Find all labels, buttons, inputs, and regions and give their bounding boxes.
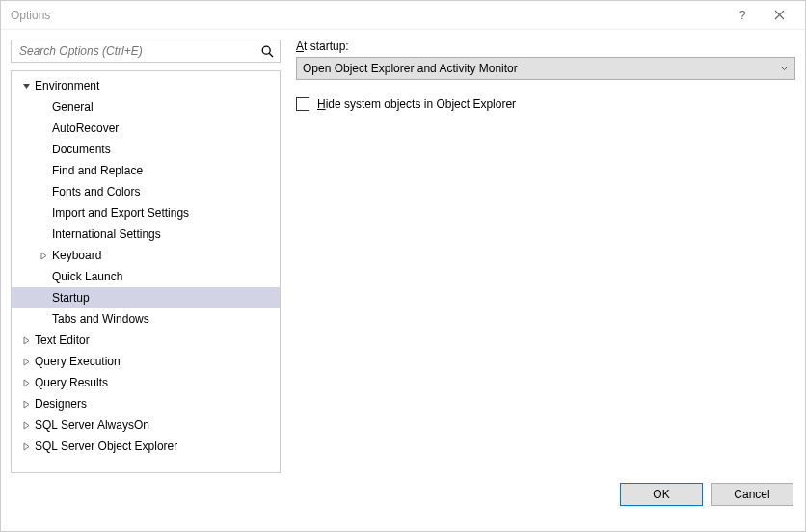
svg-line-1 (269, 53, 273, 57)
tree-item[interactable]: Tabs and Windows (12, 308, 280, 330)
tree-item[interactable]: Environment (12, 75, 280, 96)
tree-item[interactable]: Quick Launch (12, 266, 280, 287)
tree-item[interactable]: Query Results (12, 372, 280, 393)
search-box[interactable] (11, 40, 281, 63)
tree-item-label: Fonts and Colors (50, 185, 140, 199)
tree-item[interactable]: General (12, 96, 280, 118)
tree-item[interactable]: Startup (12, 287, 280, 308)
tree-item-label: Text Editor (33, 333, 90, 347)
tree-item[interactable]: Designers (12, 393, 280, 414)
tree-item-label: Documents (50, 143, 111, 156)
right-panel: At startup: Open Object Explorer and Act… (281, 40, 795, 473)
ok-button[interactable]: OK (620, 483, 703, 506)
titlebar: Options ? (1, 1, 805, 30)
hide-objects-label: Hide system objects in Object Explorer (317, 97, 516, 111)
help-icon: ? (739, 9, 746, 22)
dialog-buttons: OK Cancel (1, 473, 805, 518)
help-button[interactable]: ? (724, 1, 761, 30)
close-icon (774, 10, 785, 20)
twisty-closed-icon[interactable] (19, 400, 33, 409)
hide-objects-row[interactable]: Hide system objects in Object Explorer (296, 97, 795, 111)
tree-item-label: General (50, 100, 94, 114)
twisty-closed-icon[interactable] (19, 379, 33, 387)
tree-item[interactable]: Documents (12, 139, 280, 160)
chevron-down-icon (780, 66, 789, 71)
tree-item[interactable]: Fonts and Colors (12, 181, 280, 202)
hide-objects-checkbox[interactable] (296, 97, 309, 111)
tree-item-label: Environment (33, 79, 99, 93)
tree-item-label: Import and Export Settings (50, 206, 189, 220)
content-area: EnvironmentGeneralAutoRecoverDocumentsFi… (1, 30, 805, 473)
tree-item-label: Keyboard (50, 249, 101, 262)
tree-item-label: Query Results (33, 376, 108, 389)
tree-item[interactable]: Keyboard (12, 245, 280, 266)
cancel-button[interactable]: Cancel (711, 483, 793, 506)
left-panel: EnvironmentGeneralAutoRecoverDocumentsFi… (11, 40, 281, 473)
startup-dropdown[interactable]: Open Object Explorer and Activity Monito… (296, 57, 795, 80)
tree-item-label: Quick Launch (50, 270, 122, 283)
tree-item-label: Query Execution (33, 355, 121, 368)
tree-item-label: Find and Replace (50, 164, 143, 177)
tree-item-label: Startup (50, 291, 90, 305)
tree-item[interactable]: Import and Export Settings (12, 202, 280, 224)
tree-item-label: Designers (33, 397, 87, 411)
tree-item-label: AutoRecover (50, 121, 119, 135)
tree-item-label: SQL Server AlwaysOn (33, 418, 149, 432)
startup-dropdown-value: Open Object Explorer and Activity Monito… (303, 62, 518, 75)
search-icon (261, 45, 274, 58)
twisty-open-icon[interactable] (19, 82, 33, 91)
tree-item[interactable]: International Settings (12, 224, 280, 245)
tree-item-label: International Settings (50, 227, 161, 241)
twisty-closed-icon[interactable] (19, 358, 33, 366)
window-title: Options (9, 9, 724, 22)
twisty-closed-icon[interactable] (19, 421, 33, 430)
tree-item[interactable]: SQL Server Object Explorer (12, 436, 280, 457)
tree-item-label: SQL Server Object Explorer (33, 439, 177, 453)
tree-item[interactable]: Query Execution (12, 351, 280, 372)
tree-item[interactable]: AutoRecover (12, 118, 280, 139)
search-input[interactable] (17, 43, 261, 59)
twisty-closed-icon[interactable] (19, 336, 33, 345)
twisty-closed-icon[interactable] (37, 252, 50, 260)
svg-point-0 (262, 46, 270, 54)
tree-item-label: Tabs and Windows (50, 312, 149, 326)
options-tree[interactable]: EnvironmentGeneralAutoRecoverDocumentsFi… (11, 70, 281, 473)
startup-label: At startup: (296, 40, 795, 53)
tree-item[interactable]: SQL Server AlwaysOn (12, 414, 280, 436)
tree-item[interactable]: Find and Replace (12, 160, 280, 181)
tree-item[interactable]: Text Editor (12, 330, 280, 351)
twisty-closed-icon[interactable] (19, 442, 33, 451)
close-button[interactable] (761, 1, 797, 30)
